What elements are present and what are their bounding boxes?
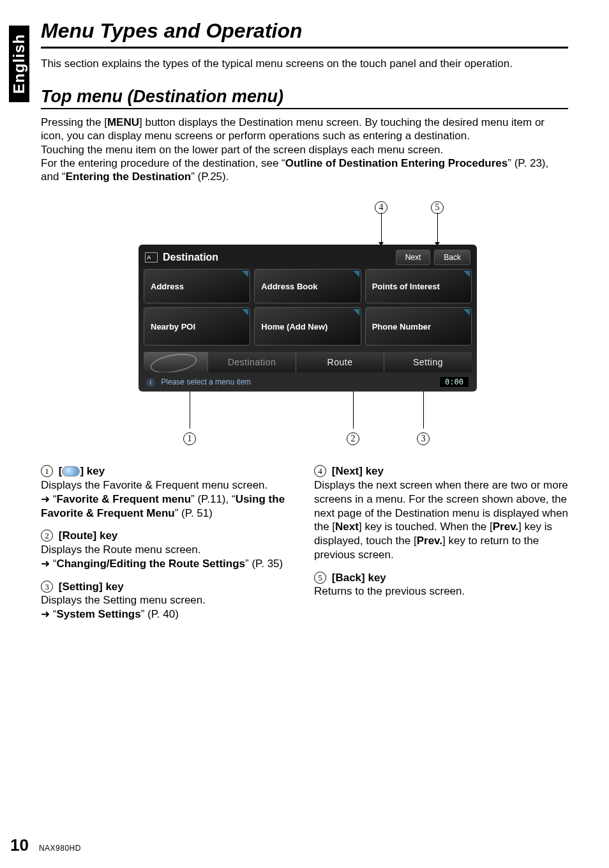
back-button[interactable]: Back xyxy=(434,250,470,265)
phone-number-button[interactable]: Phone Number xyxy=(365,307,472,346)
intro-text: This section explains the types of the t… xyxy=(41,57,568,70)
xref: Changing/Editing the Route Settings xyxy=(56,558,245,570)
key-item-1: 1 [] key Displays the Favorite & Frequen… xyxy=(41,464,295,520)
xref: System Settings xyxy=(56,608,140,620)
key-item-2: 2 [Route] key Displays the Route menu sc… xyxy=(41,529,295,570)
device-header: A Destination Next Back xyxy=(144,248,472,269)
screen-title-text: Destination xyxy=(163,252,218,263)
key-heading: 2 [Route] key xyxy=(41,529,295,543)
bottom-tabs: Destination Route Setting xyxy=(144,352,472,372)
xref: Entering the Destination xyxy=(66,171,191,183)
figure-area: 4 5 A Destination Next Back A xyxy=(41,199,568,454)
text: [Back] key xyxy=(332,572,386,584)
callout-number: 4 xyxy=(314,465,326,477)
text: [Route] key xyxy=(59,529,118,542)
model-number: NAX980HD xyxy=(39,844,81,853)
corner-icon xyxy=(242,309,248,316)
page-number: 10 xyxy=(10,835,29,855)
text: Next xyxy=(335,521,359,533)
callout-5: 5 xyxy=(431,199,444,214)
key-item-3: 3 [Setting] key Displays the Setting men… xyxy=(41,580,295,621)
tab-route[interactable]: Route xyxy=(296,352,384,372)
favorite-icon xyxy=(62,466,80,476)
callout-line xyxy=(190,392,190,429)
button-label: Address xyxy=(151,282,184,291)
corner-icon xyxy=(353,309,359,316)
section-paragraph: Pressing the [MENU] button displays the … xyxy=(41,116,568,183)
key-description: Returns to the previous screen. xyxy=(314,584,568,598)
button-label: Home (Add New) xyxy=(261,322,327,331)
text: For the entering procedure of the destin… xyxy=(41,157,285,169)
status-message: Please select a menu item xyxy=(161,377,251,386)
tab-destination[interactable]: Destination xyxy=(207,352,296,372)
arrow-icon: ➜ xyxy=(41,558,50,570)
poi-button[interactable]: Points of Interest xyxy=(365,269,472,303)
language-tab: English xyxy=(9,26,29,102)
key-heading: 1 [] key xyxy=(41,464,295,478)
right-column: 4 [Next] key Displays the next screen wh… xyxy=(314,464,568,630)
xref: Favorite & Frequent menu xyxy=(56,493,191,505)
callout-line xyxy=(353,392,354,429)
callout-line xyxy=(381,213,382,245)
text: Touching the menu item on the lower part… xyxy=(41,144,443,156)
status-bar: i Please select a menu item 0:00 xyxy=(144,375,472,389)
text: ” (P. 51) xyxy=(175,507,213,519)
text: ” (P. 35) xyxy=(245,558,283,570)
text: [Setting] key xyxy=(59,581,124,593)
arrow-icon: ➜ xyxy=(41,493,50,505)
callout-number: 3 xyxy=(41,581,53,593)
screen-title: A Destination xyxy=(145,252,218,263)
text: [Next] key xyxy=(332,465,384,477)
text: Prev. xyxy=(417,535,442,547)
figure: 4 5 A Destination Next Back A xyxy=(126,199,483,454)
callout-2: 2 xyxy=(347,430,359,445)
callout-number: 1 xyxy=(41,465,53,477)
corner-icon xyxy=(242,271,248,277)
cross-reference: ➜ “Favorite & Frequent menu” (P.11), “Us… xyxy=(41,492,295,521)
cross-reference: ➜ “Changing/Editing the Route Settings” … xyxy=(41,557,295,571)
address-button[interactable]: Address xyxy=(144,269,250,303)
page-content: Menu Types and Operation This section ex… xyxy=(41,19,568,630)
text: ] key is touched. When the [ xyxy=(359,521,493,533)
status-message-wrap: i Please select a menu item xyxy=(146,377,251,387)
arrow-icon: ➜ xyxy=(41,608,50,620)
callout-number: 2 xyxy=(41,529,53,542)
button-label: Nearby POI xyxy=(151,322,195,331)
text: ] key xyxy=(80,465,105,477)
callout-number: 5 xyxy=(314,572,326,584)
next-button[interactable]: Next xyxy=(396,250,431,265)
button-label: Address Book xyxy=(261,282,317,291)
address-book-button[interactable]: Address Book xyxy=(254,269,361,303)
key-heading: 4 [Next] key xyxy=(314,464,568,478)
tab-setting[interactable]: Setting xyxy=(384,352,472,372)
text: ” (P.25). xyxy=(191,171,229,183)
menu-button-ref: MENU xyxy=(107,116,139,128)
xref: Outline of Destination Entering Procedur… xyxy=(285,157,508,169)
page-footer: 10 NAX980HD xyxy=(10,835,81,855)
divider xyxy=(41,47,568,49)
key-description: Displays the next screen when there are … xyxy=(314,478,568,562)
nav-button-group: Next Back xyxy=(396,250,470,265)
button-label: Points of Interest xyxy=(372,282,440,291)
key-description: Displays the Favorite & Frequent menu sc… xyxy=(41,478,295,492)
text: Prev. xyxy=(493,521,518,533)
home-button[interactable]: Home (Add New) xyxy=(254,307,361,346)
callout-line xyxy=(437,213,438,245)
corner-icon xyxy=(353,271,359,277)
device-screenshot: A Destination Next Back Address Address … xyxy=(139,245,477,392)
favorite-key[interactable] xyxy=(144,352,207,372)
key-item-4: 4 [Next] key Displays the next screen wh… xyxy=(314,464,568,561)
button-label: Phone Number xyxy=(372,322,431,331)
key-heading: 5 [Back] key xyxy=(314,571,568,585)
nearby-poi-button[interactable]: Nearby POI xyxy=(144,307,250,346)
section-title: Top menu (Destination menu) xyxy=(41,87,568,107)
page-title: Menu Types and Operation xyxy=(41,19,568,45)
menu-grid: Address Address Book Points of Interest … xyxy=(144,269,472,346)
callout-4: 4 xyxy=(375,199,387,214)
text: Pressing the [ xyxy=(41,116,107,128)
key-heading: 3 [Setting] key xyxy=(41,580,295,594)
keyboard-icon: A xyxy=(145,252,158,263)
left-column: 1 [] key Displays the Favorite & Frequen… xyxy=(41,464,295,630)
language-label: English xyxy=(10,34,28,94)
cross-reference: ➜ “System Settings” (P. 40) xyxy=(41,607,295,621)
